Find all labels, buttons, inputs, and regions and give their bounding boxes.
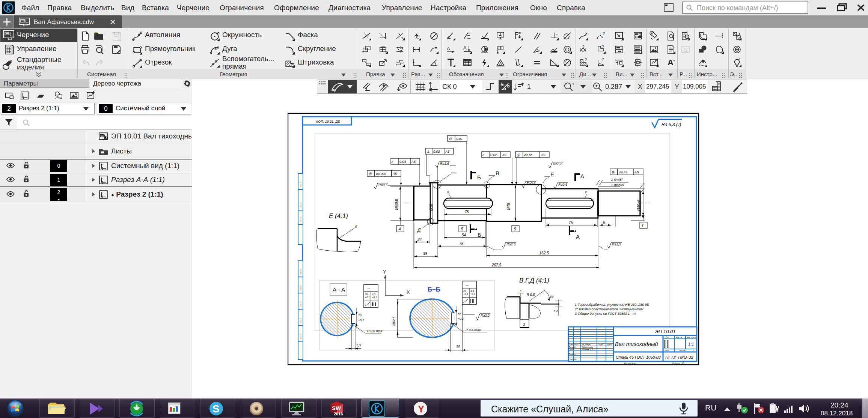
svg-text:8: 8 xyxy=(585,191,587,194)
svg-text:1: 1 xyxy=(693,349,694,352)
svg-text:+0,1: +0,1 xyxy=(463,293,468,295)
svg-text:Ra2,5: Ra2,5 xyxy=(506,242,516,246)
svg-text:Инв.N: Инв.N xyxy=(300,286,302,291)
svg-text:SW: SW xyxy=(332,405,341,411)
svg-text:Ra 6,3 (√): Ra 6,3 (√) xyxy=(662,122,681,127)
svg-text:Б: Б xyxy=(477,174,481,180)
svg-text:Масштаб: Масштаб xyxy=(687,336,696,338)
svg-text:А5: А5 xyxy=(411,160,416,164)
svg-text:А: А xyxy=(580,173,584,179)
svg-text:5: 5 xyxy=(461,227,463,231)
svg-text:Ø40k6: Ø40k6 xyxy=(637,200,641,211)
svg-text:+0,1: +0,1 xyxy=(372,296,377,299)
svg-text:0,04: 0,04 xyxy=(399,160,406,164)
svg-text:3 Общие допуски по ГОСТ 30893.: 3 Общие допуски по ГОСТ 30893.1 - т. xyxy=(575,312,636,316)
svg-text:АБ: АБ xyxy=(634,170,639,174)
svg-text:20: 20 xyxy=(463,290,466,292)
svg-text:Лит.: Лит. xyxy=(666,336,670,338)
svg-text:1 Термообработка: улучшение НВ: 1 Термообработка: улучшение НВ 260..280 … xyxy=(575,303,649,307)
svg-text:Е: Е xyxy=(550,171,554,177)
svg-text:Ø0,05: Ø0,05 xyxy=(524,153,532,157)
svg-text:Ø50k6: Ø50k6 xyxy=(395,199,399,211)
svg-text:А5: А5 xyxy=(392,172,397,176)
svg-text:2 5×45°: 2 5×45° xyxy=(611,178,623,182)
svg-text:№ докум.: № докум. xyxy=(582,343,591,346)
svg-text:75: 75 xyxy=(465,210,469,214)
svg-text:ПГТУ ТМО-32: ПГТУ ТМО-32 xyxy=(665,355,693,359)
svg-text:КОП. 10.01. ДЕ: КОП. 10.01. ДЕ xyxy=(316,120,341,123)
svg-text:Инв.N: Инв.N xyxy=(300,203,302,208)
svg-text:+0,1: +0,1 xyxy=(470,293,475,295)
svg-text:0,02: 0,02 xyxy=(490,153,497,157)
svg-text:Масса: Масса xyxy=(676,336,682,338)
svg-text:4: 4 xyxy=(399,227,401,231)
svg-text:Ø0,25: Ø0,25 xyxy=(618,171,627,174)
svg-text:4,5: 4,5 xyxy=(372,293,375,296)
svg-text:Р 0,6 max: Р 0,6 max xyxy=(367,329,383,333)
svg-text:38: 38 xyxy=(423,252,428,256)
svg-text:S: S xyxy=(212,403,220,415)
svg-text:Y: Y xyxy=(383,269,386,275)
svg-text:2* Размер обеспечивается инстр: 2* Размер обеспечивается инструментом xyxy=(574,307,643,311)
svg-text:Копировал: Копировал xyxy=(624,362,636,365)
svg-text:Пров.: Пров. xyxy=(569,348,574,350)
svg-text:1:1: 1:1 xyxy=(688,342,694,346)
svg-text:+0,2: +0,2 xyxy=(358,319,364,322)
svg-text:267,5: 267,5 xyxy=(491,263,501,267)
svg-text:ЭП 10.01: ЭП 10.01 xyxy=(655,329,676,334)
svg-text:Т.контр.: Т.контр. xyxy=(569,353,576,355)
svg-text:Д: Д xyxy=(417,227,421,233)
svg-text:—: — xyxy=(466,284,469,286)
svg-text:⊗: ⊗ xyxy=(611,170,615,174)
svg-text:А - А: А - А xyxy=(333,286,345,293)
svg-text:Р 0,6 max: Р 0,6 max xyxy=(466,328,481,332)
svg-text:24: 24 xyxy=(417,238,422,242)
svg-text:2 фаски: 2 фаски xyxy=(611,183,624,187)
svg-text:75: 75 xyxy=(569,221,573,225)
svg-text:◎: ◎ xyxy=(368,171,372,176)
svg-text:Ra3,2: Ra3,2 xyxy=(553,162,562,166)
svg-text:—: — xyxy=(367,287,371,290)
svg-text:Ra3,2: Ra3,2 xyxy=(481,314,490,317)
svg-text:+0,2: +0,2 xyxy=(458,317,464,320)
svg-text:Лист: Лист xyxy=(665,349,669,352)
svg-text:Дата: Дата xyxy=(607,343,612,346)
svg-text:Ra1,6: Ra1,6 xyxy=(440,162,449,165)
svg-text:Ra2,5: Ra2,5 xyxy=(612,242,621,246)
svg-text:45°: 45° xyxy=(550,295,554,299)
svg-text:R 0,5: R 0,5 xyxy=(527,293,535,296)
svg-text:56: 56 xyxy=(456,344,460,348)
svg-text:Ø48: Ø48 xyxy=(506,203,511,211)
svg-text:В,Г,Д (4:1): В,Г,Д (4:1) xyxy=(519,277,549,284)
svg-text:⊥: ⊥ xyxy=(426,149,430,153)
svg-text:Ra0,5: Ra0,5 xyxy=(378,183,388,187)
svg-text:Инв.N: Инв.N xyxy=(300,182,302,187)
svg-text:Ra0,5: Ra0,5 xyxy=(558,183,568,186)
svg-text:Инв.N: Инв.N xyxy=(300,318,302,323)
svg-text:А5: А5 xyxy=(445,150,450,153)
svg-text:Сталь 45 ГОСТ 1050-88: Сталь 45 ГОСТ 1050-88 xyxy=(616,355,661,359)
svg-text:Н.контр.: Н.контр. xyxy=(569,358,577,360)
svg-text:20: 20 xyxy=(365,293,368,296)
svg-text:5: 5 xyxy=(514,227,516,231)
svg-text:5: 5 xyxy=(603,221,605,225)
svg-text:0,03: 0,03 xyxy=(433,150,440,153)
svg-text:Инв.N: Инв.N xyxy=(300,269,302,275)
svg-text:20: 20 xyxy=(457,313,461,316)
svg-text:Ø58: Ø58 xyxy=(429,204,433,211)
svg-text:162,5: 162,5 xyxy=(539,251,549,255)
svg-text:+0,1: +0,1 xyxy=(365,296,370,299)
svg-text:Ø0,009: Ø0,009 xyxy=(375,172,386,176)
svg-text:4,5: 4,5 xyxy=(470,290,474,292)
svg-text:54: 54 xyxy=(462,233,466,237)
svg-text:75: 75 xyxy=(459,242,464,246)
svg-text:1,6: 1,6 xyxy=(554,310,558,313)
svg-text:X: X xyxy=(407,289,410,295)
svg-text:Инв.N: Инв.N xyxy=(300,302,302,307)
svg-text:Михеев Д.В.: Михеев Д.В. xyxy=(582,348,594,350)
svg-text:А: А xyxy=(576,233,580,240)
svg-text:Б–Б: Б–Б xyxy=(428,286,440,293)
svg-text:А5: А5 xyxy=(502,153,506,157)
svg-text:◎: ◎ xyxy=(517,153,520,157)
svg-text:Ø62,5: Ø62,5 xyxy=(392,316,396,326)
